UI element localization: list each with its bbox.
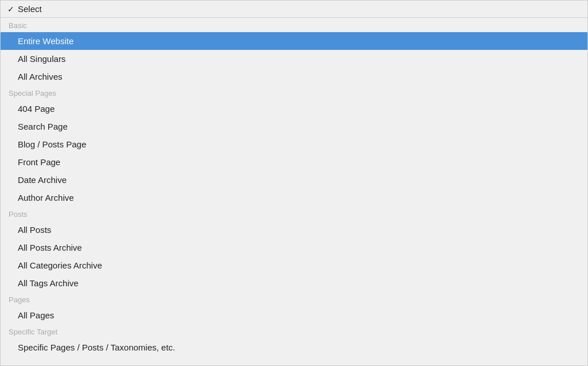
menu-item-front-page[interactable]: Front Page: [1, 153, 587, 171]
menu-item-search-page[interactable]: Search Page: [1, 118, 587, 135]
menu-item-author-archive[interactable]: Author Archive: [1, 189, 587, 207]
menu-item-404-page[interactable]: 404 Page: [1, 100, 587, 118]
menu-item-all-tags-archive[interactable]: All Tags Archive: [1, 274, 587, 292]
group-label-pages: Pages: [1, 292, 587, 306]
menu-item-date-archive[interactable]: Date Archive: [1, 171, 587, 189]
menu-item-all-singulars[interactable]: All Singulars: [1, 50, 587, 68]
menu-item-entire-website[interactable]: Entire Website: [1, 32, 587, 50]
checkmark-icon: ✓: [7, 5, 14, 14]
menu-item-all-categories-archive[interactable]: All Categories Archive: [1, 256, 587, 274]
dropdown-menu[interactable]: ✓ Select BasicEntire WebsiteAll Singular…: [0, 0, 588, 366]
group-label-posts: Posts: [1, 207, 587, 221]
group-label-special-pages: Special Pages: [1, 85, 587, 100]
group-label-basic: Basic: [1, 18, 587, 32]
menu-item-specific-pages-posts-taxonomies[interactable]: Specific Pages / Posts / Taxonomies, etc…: [1, 338, 587, 356]
select-header: ✓ Select: [1, 1, 587, 18]
select-label: Select: [18, 4, 42, 14]
menu-item-all-pages[interactable]: All Pages: [1, 306, 587, 324]
group-label-specific-target: Specific Target: [1, 324, 587, 338]
menu-item-all-posts-archive[interactable]: All Posts Archive: [1, 239, 587, 256]
groups-container: BasicEntire WebsiteAll SingularsAll Arch…: [1, 18, 587, 356]
menu-item-blog-posts-page[interactable]: Blog / Posts Page: [1, 135, 587, 153]
menu-item-all-archives[interactable]: All Archives: [1, 68, 587, 85]
menu-item-all-posts[interactable]: All Posts: [1, 221, 587, 239]
